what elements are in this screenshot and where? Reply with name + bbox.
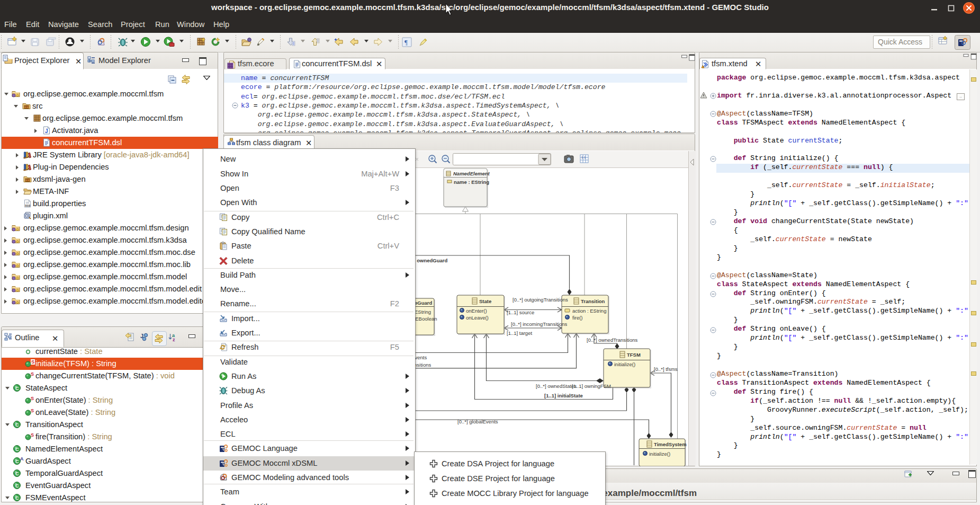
svg-text:initialize(): initialize() [614,361,635,367]
svg-text:Transition: Transition [581,298,605,304]
svg-text:fire(): fire() [572,315,583,321]
svg-text:: EBoolean: : EBoolean [412,316,437,322]
svg-text:NamedElement: NamedElement [453,171,490,176]
svg-text:initialize(): initialize() [649,451,670,457]
svg-text:[0..*] ownedTransitions: [0..*] ownedTransitions [587,337,638,343]
svg-text:[0..*] tfsms: [0..*] tfsms [654,366,678,372]
svg-text:onLeave(): onLeave() [466,315,489,321]
svg-text:action : EString: action : EString [572,308,606,314]
svg-text:[0..*] outgoingTransitions: [0..*] outgoingTransitions [513,297,568,303]
svg-text:EString: EString [415,309,431,315]
svg-text:1:1: 1:1 [581,156,586,159]
svg-text:TimedSystem: TimedSystem [654,441,687,447]
svg-text:TFSM: TFSM [627,352,641,358]
svg-text:[1..1] target: [1..1] target [507,330,532,336]
svg-text:[1..1] owningFSM: [1..1] owningFSM [572,383,611,389]
svg-text:onEnter(): onEnter() [466,308,487,314]
svg-text:z: z [173,337,175,342]
svg-text:State: State [479,298,491,304]
svg-text:[1..1] initialState: [1..1] initialState [544,393,583,398]
svg-text:[0..*] ownedStates: [0..*] ownedStates [536,383,577,389]
svg-text:[0..*] incomingTransitions: [0..*] incomingTransitions [511,321,568,327]
svg-text:[0..*] globalEvents: [0..*] globalEvents [457,419,498,424]
svg-text:[1..1] source: [1..1] source [507,309,534,315]
svg-text:eGuard: eGuard [415,300,432,306]
svg-text:name : EString: name : EString [454,179,489,185]
svg-text:¶: ¶ [404,38,408,46]
